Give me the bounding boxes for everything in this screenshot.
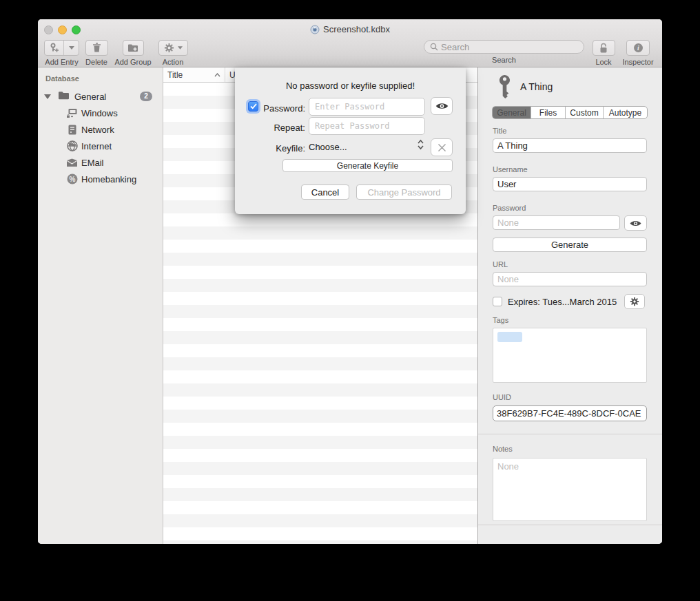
add-entry-dropdown[interactable] xyxy=(63,41,79,55)
search-icon xyxy=(430,43,438,51)
sidebar-item-network[interactable]: Network xyxy=(38,121,163,138)
popup-chevrons-icon[interactable] xyxy=(417,139,424,150)
column-header-title[interactable]: Title xyxy=(163,67,225,82)
chevron-down-icon xyxy=(69,46,74,50)
chevron-down-icon xyxy=(178,46,183,50)
username-field[interactable] xyxy=(493,177,647,191)
sidebar-item-label: Internet xyxy=(81,141,112,151)
search-field[interactable] xyxy=(424,40,584,54)
password-field[interactable] xyxy=(493,215,620,230)
tags-label: Tags xyxy=(493,316,508,324)
cancel-button[interactable]: Cancel xyxy=(301,184,349,200)
sidebar-item-windows[interactable]: Windows xyxy=(38,105,163,121)
username-label: Username xyxy=(493,165,528,173)
group-count-badge: 2 xyxy=(140,92,152,101)
section-divider xyxy=(478,434,662,434)
search-input[interactable] xyxy=(441,42,578,52)
internet-group-icon xyxy=(66,140,78,151)
dialog-keyfile-label: Keyfile: xyxy=(235,143,305,154)
key-icon xyxy=(498,75,511,98)
action-button[interactable] xyxy=(158,40,188,56)
entry-title: A Thing xyxy=(520,81,553,92)
folder-icon xyxy=(58,91,70,102)
lock-toolbar-item: Lock xyxy=(587,40,620,66)
dialog-repeat-input[interactable] xyxy=(309,117,425,135)
expires-row: Expires: Tues...March 2015 xyxy=(493,295,617,308)
add-entry-button[interactable] xyxy=(44,40,79,56)
tab-custom[interactable]: Custom xyxy=(565,107,603,118)
dialog-repeat-label: Repeat: xyxy=(235,123,305,133)
delete-label: Delete xyxy=(85,58,107,66)
add-group-label: Add Group xyxy=(114,58,151,66)
close-icon xyxy=(438,143,446,152)
sidebar-item-homebanking[interactable]: % Homebanking xyxy=(38,171,163,187)
notes-textarea[interactable] xyxy=(493,458,647,521)
search-toolbar-item: Search xyxy=(424,40,584,64)
inspector-toolbar-item: i Inspector xyxy=(620,40,656,66)
change-password-sheet: No password or keyfile supplied! Passwor… xyxy=(235,67,466,214)
keyfile-popup[interactable]: Choose... xyxy=(309,142,347,152)
sidebar-item-label: Network xyxy=(81,125,114,135)
inspector-label: Inspector xyxy=(622,58,653,66)
eye-icon xyxy=(435,102,449,110)
generate-keyfile-button[interactable]: Generate Keyfile xyxy=(282,159,453,172)
lock-icon xyxy=(599,43,608,54)
key-plus-icon xyxy=(45,41,63,55)
url-field[interactable] xyxy=(493,272,647,286)
tab-files[interactable]: Files xyxy=(531,107,565,118)
sidebar-item-label: EMail xyxy=(81,158,104,168)
sidebar-section-header: Database xyxy=(38,67,163,83)
reveal-password-button[interactable] xyxy=(624,215,647,231)
window-title: Screenshot.kdbx xyxy=(38,24,662,36)
windows-group-icon xyxy=(66,108,78,118)
eye-icon xyxy=(630,220,641,227)
uuid-field[interactable] xyxy=(493,405,647,421)
sheet-message: No password or keyfile supplied! xyxy=(235,81,466,91)
svg-text:%: % xyxy=(69,176,75,183)
network-group-icon xyxy=(66,125,78,135)
lock-label: Lock xyxy=(595,58,611,66)
title-field[interactable] xyxy=(493,138,647,153)
email-group-icon xyxy=(66,158,78,167)
inspector-panel: A Thing General Files Custom Autotype Ti… xyxy=(478,67,662,544)
notes-label: Notes xyxy=(493,445,513,453)
gear-icon xyxy=(164,43,174,53)
group-sidebar: Database General 2 Windows Network xyxy=(38,67,163,544)
dialog-password-label: Password: xyxy=(235,103,305,114)
trash-icon xyxy=(92,43,101,53)
sidebar-item-internet[interactable]: Internet xyxy=(38,138,163,154)
action-label: Action xyxy=(163,58,184,66)
tab-autotype[interactable]: Autotype xyxy=(603,107,647,118)
inspector-button[interactable]: i xyxy=(626,40,650,56)
expires-label: Expires: Tues...March 2015 xyxy=(508,297,617,307)
add-entry-label: Add Entry xyxy=(45,58,78,66)
sort-ascending-icon xyxy=(214,73,220,77)
url-label: URL xyxy=(493,260,508,268)
change-password-button[interactable]: Change Password xyxy=(356,184,452,200)
tag-chip[interactable] xyxy=(497,332,522,342)
add-entry-toolbar-item: Add Entry xyxy=(44,40,79,66)
homebanking-group-icon: % xyxy=(66,173,78,184)
disclosure-triangle-icon[interactable] xyxy=(44,94,51,99)
gear-icon xyxy=(630,297,639,306)
sidebar-item-email[interactable]: EMail xyxy=(38,154,163,171)
uuid-label: UUID xyxy=(493,393,511,401)
section-divider xyxy=(478,525,662,525)
reveal-password-button[interactable] xyxy=(431,97,453,115)
entry-header: A Thing xyxy=(498,75,553,98)
tab-general[interactable]: General xyxy=(493,107,531,118)
sidebar-item-general[interactable]: General 2 xyxy=(38,88,163,105)
action-toolbar-item: Action xyxy=(154,40,192,66)
expires-settings-button[interactable] xyxy=(624,294,645,309)
clear-keyfile-button[interactable] xyxy=(431,138,453,156)
generate-password-button[interactable]: Generate xyxy=(493,238,647,252)
dialog-password-input[interactable] xyxy=(309,98,425,116)
expires-checkbox[interactable] xyxy=(493,297,502,306)
folder-plus-icon xyxy=(127,43,138,52)
delete-button[interactable] xyxy=(85,40,108,56)
tags-box[interactable] xyxy=(493,328,647,383)
info-icon: i xyxy=(633,43,644,53)
lock-button[interactable] xyxy=(593,40,615,56)
delete-toolbar-item: Delete xyxy=(80,40,113,66)
add-group-button[interactable] xyxy=(123,40,144,56)
